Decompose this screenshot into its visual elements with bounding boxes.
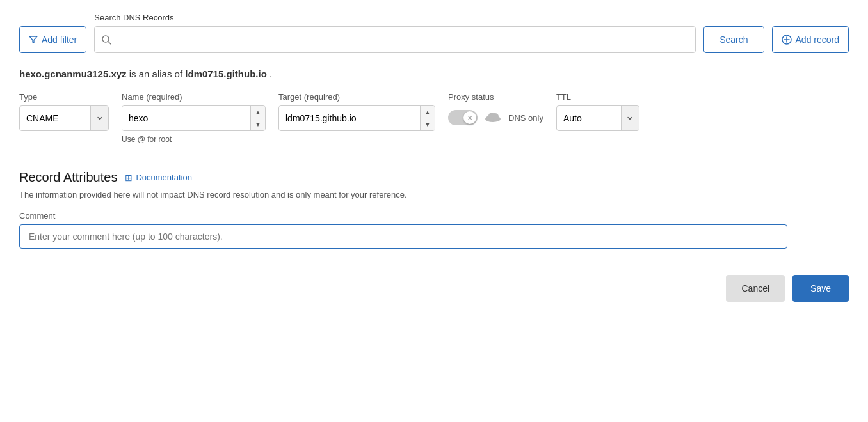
target-spin-down[interactable]: ▼ — [421, 118, 435, 130]
search-label: Search DNS Records — [94, 13, 696, 22]
name-input-wrapper: ▲ ▼ — [122, 106, 266, 131]
name-label: Name (required) — [122, 92, 266, 102]
search-icon — [101, 35, 111, 45]
ttl-dropdown-arrow[interactable] — [621, 106, 639, 130]
filter-icon — [29, 35, 38, 44]
bottom-actions: Cancel Save — [19, 275, 849, 302]
chevron-down-icon — [97, 115, 103, 121]
alias-info: hexo.gcnanmu3125.xyz is an alias of ldm0… — [19, 68, 849, 79]
target-spin-up[interactable]: ▲ — [421, 106, 435, 118]
target-input[interactable] — [279, 106, 420, 130]
type-dropdown-arrow[interactable] — [90, 106, 108, 130]
proxy-label: Proxy status — [448, 92, 543, 102]
search-section: Search DNS Records — [94, 13, 696, 53]
toggle-x-icon: ✕ — [467, 114, 472, 121]
proxy-controls: ✕ DNS only — [448, 106, 543, 130]
alias-period: . — [269, 68, 272, 79]
toggle-knob: ✕ — [463, 111, 476, 124]
name-spin-down[interactable]: ▼ — [251, 118, 265, 130]
alias-target: ldm0715.github.io — [185, 68, 267, 79]
dns-record-form: Type CNAME A AAAA MX TXT Name (required) — [19, 92, 849, 144]
svg-line-1 — [108, 42, 111, 44]
ttl-label: TTL — [556, 92, 639, 102]
name-hint: Use @ for root — [122, 135, 266, 144]
ttl-select-wrapper: Auto 1 min 2 min 5 min 10 min — [556, 106, 639, 131]
add-record-button[interactable]: Add record — [772, 26, 849, 53]
type-label: Type — [19, 92, 109, 102]
type-select-wrapper: CNAME A AAAA MX TXT — [19, 106, 109, 131]
cloud-icon — [484, 111, 502, 125]
proxy-section: Proxy status ✕ DNS only — [448, 92, 543, 130]
plus-circle-icon — [782, 35, 792, 45]
record-attrs-header: Record Attributes ⊞ Documentation — [19, 170, 849, 185]
cancel-button[interactable]: Cancel — [726, 275, 785, 302]
name-input[interactable] — [122, 106, 250, 130]
divider-2 — [19, 262, 849, 262]
dns-only-label: DNS only — [508, 113, 543, 123]
target-spinner: ▲ ▼ — [420, 106, 435, 130]
add-filter-label: Add filter — [42, 35, 77, 45]
comment-label: Comment — [19, 211, 849, 221]
type-select[interactable]: CNAME A AAAA MX TXT — [20, 108, 90, 129]
record-attrs-description: The information provided here will not i… — [19, 190, 849, 199]
search-input-wrapper — [94, 26, 696, 53]
documentation-link[interactable]: ⊞ Documentation — [125, 173, 191, 183]
ttl-section: TTL Auto 1 min 2 min 5 min 10 min — [556, 92, 639, 131]
name-field: Name (required) ▲ ▼ Use @ for root — [122, 92, 266, 144]
doc-book-icon: ⊞ — [125, 173, 133, 183]
save-button[interactable]: Save — [792, 275, 849, 302]
ttl-chevron-down-icon — [627, 115, 633, 121]
svg-point-8 — [488, 113, 495, 118]
search-input[interactable] — [117, 35, 689, 45]
doc-link-label: Documentation — [136, 173, 191, 182]
target-label: Target (required) — [278, 92, 435, 102]
proxy-toggle[interactable]: ✕ — [448, 110, 478, 125]
comment-section: Comment — [19, 211, 849, 249]
add-record-label: Add record — [796, 35, 839, 45]
ttl-select[interactable]: Auto 1 min 2 min 5 min 10 min — [557, 108, 621, 129]
search-button[interactable]: Search — [703, 26, 764, 53]
record-attrs-title: Record Attributes — [19, 170, 117, 185]
add-filter-button[interactable]: Add filter — [19, 26, 86, 53]
name-spin-up[interactable]: ▲ — [251, 106, 265, 118]
name-spinner: ▲ ▼ — [250, 106, 265, 130]
alias-domain: hexo.gcnanmu3125.xyz — [19, 68, 127, 79]
target-input-wrapper: ▲ ▼ — [278, 106, 435, 131]
type-field: Type CNAME A AAAA MX TXT — [19, 92, 109, 131]
target-field: Target (required) ▲ ▼ — [278, 92, 435, 131]
divider-1 — [19, 157, 849, 157]
alias-conjunction: is an alias of — [129, 68, 186, 79]
comment-input[interactable] — [19, 224, 787, 249]
